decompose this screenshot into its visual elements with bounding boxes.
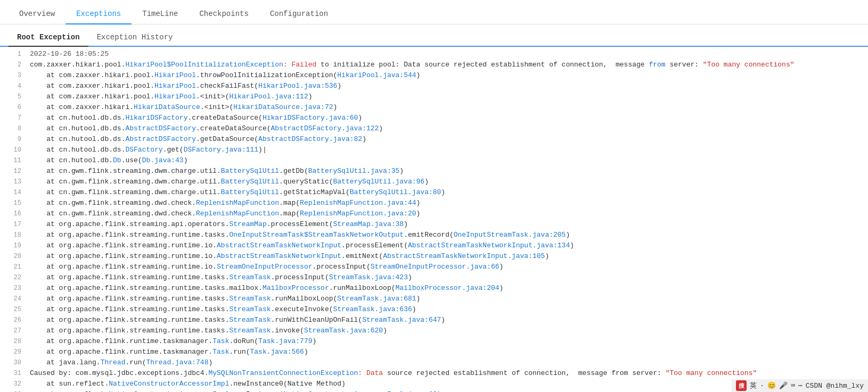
line-number: 9 xyxy=(4,134,21,145)
table-row: 15 at cn.gwm.flink.streaming.dwd.check.R… xyxy=(0,198,868,208)
line-number: 27 xyxy=(4,326,21,336)
line-content: at sun.reflect.NativeConstructorAccessor… xyxy=(30,389,441,392)
tab-overview[interactable]: Overview xyxy=(9,4,65,24)
line-content: at com.zaxxer.hikari.pool.HikariPool.che… xyxy=(30,81,341,91)
sougou-logo: 搜 xyxy=(736,380,747,391)
line-content: at sun.reflect.NativeConstructorAccessor… xyxy=(30,379,346,389)
line-number: 16 xyxy=(4,208,21,219)
table-row: 9 at cn.hutool.db.ds.AbstractDSFactory.g… xyxy=(0,134,868,145)
table-row: 31 Caused by: com.mysql.jdbc.exceptions.… xyxy=(0,368,868,379)
table-row: 6 at com.zaxxer.hikari.HikariDataSource.… xyxy=(0,102,868,113)
table-row: 14 at cn.gwm.flink.streaming.dwm.charge.… xyxy=(0,187,868,198)
line-content: at org.apache.flink.runtime.taskmanager.… xyxy=(30,347,308,357)
table-row: 19 at org.apache.flink.streaming.runtime… xyxy=(0,240,868,251)
line-content: com.zaxxer.hikari.pool.HikariPool$PoolIn… xyxy=(30,60,795,70)
table-row: 26 at org.apache.flink.streaming.runtime… xyxy=(0,315,868,326)
line-content: at cn.hutool.db.ds.AbstractDSFactory.get… xyxy=(30,134,366,145)
table-row: 13 at cn.gwm.flink.streaming.dwm.charge.… xyxy=(0,177,868,187)
line-number: 18 xyxy=(4,230,21,240)
line-number: 31 xyxy=(4,368,21,379)
subtab-root-exception[interactable]: Root Exception xyxy=(9,29,88,47)
line-content: Caused by: com.mysql.jdbc.exceptions.jdb… xyxy=(30,368,757,379)
table-row: 11 at cn.hutool.db.Db.use(Db.java:43) xyxy=(0,155,868,166)
line-content: at org.apache.flink.streaming.runtime.ta… xyxy=(30,294,420,304)
ime-user: CSDN @nihm_lxy xyxy=(806,382,864,390)
line-content: at org.apache.flink.runtime.taskmanager.… xyxy=(30,336,316,347)
line-number: 13 xyxy=(4,177,21,187)
line-content: at org.apache.flink.streaming.runtime.io… xyxy=(30,251,549,262)
line-number: 6 xyxy=(4,102,21,113)
line-number: 33 xyxy=(4,389,21,392)
line-number: 17 xyxy=(4,219,21,230)
line-content: at com.zaxxer.hikari.HikariDataSource.<i… xyxy=(30,102,337,113)
code-area[interactable]: 1 2022-10-26 18:05:25 2 com.zaxxer.hikar… xyxy=(0,47,868,392)
line-content: at cn.gwm.flink.streaming.dwd.check.Repl… xyxy=(30,198,420,208)
line-number: 15 xyxy=(4,198,21,208)
ime-lang[interactable]: 英 xyxy=(750,381,757,390)
line-number: 19 xyxy=(4,240,21,251)
line-content: at java.lang.Thread.run(Thread.java:748) xyxy=(30,357,212,368)
line-number: 8 xyxy=(4,123,21,134)
line-number: 5 xyxy=(4,91,21,102)
table-row: 10 at cn.hutool.db.ds.DSFactory.get(DSFa… xyxy=(0,145,868,155)
line-content: at com.zaxxer.hikari.pool.HikariPool.thr… xyxy=(30,70,420,81)
table-row: 18 at org.apache.flink.streaming.runtime… xyxy=(0,230,868,240)
line-content: at org.apache.flink.streaming.api.operat… xyxy=(30,219,408,230)
table-row: 8 at cn.hutool.db.ds.AbstractDSFactory.c… xyxy=(0,123,868,134)
table-row: 20 at org.apache.flink.streaming.runtime… xyxy=(0,251,868,262)
line-content: at org.apache.flink.streaming.runtime.ta… xyxy=(30,326,387,336)
table-row: 5 at com.zaxxer.hikari.pool.HikariPool.<… xyxy=(0,91,868,102)
line-content: at org.apache.flink.streaming.runtime.io… xyxy=(30,240,574,251)
line-number: 12 xyxy=(4,166,21,177)
tab-checkpoints[interactable]: Checkpoints xyxy=(189,4,259,24)
table-row: 3 at com.zaxxer.hikari.pool.HikariPool.t… xyxy=(0,70,868,81)
table-row: 29 at org.apache.flink.runtime.taskmanag… xyxy=(0,347,868,357)
subtab-exception-history[interactable]: Exception History xyxy=(88,29,182,47)
line-content: at org.apache.flink.streaming.runtime.io… xyxy=(30,262,503,272)
table-row: 16 at cn.gwm.flink.streaming.dwd.check.R… xyxy=(0,208,868,219)
tab-configuration[interactable]: Configuration xyxy=(259,4,339,24)
tab-timeline[interactable]: TimeLine xyxy=(132,4,189,24)
table-row: 22 at org.apache.flink.streaming.runtime… xyxy=(0,272,868,283)
line-content: at cn.hutool.db.ds.HikariDSFactory.creat… xyxy=(30,113,362,123)
sub-tabs: Root Exception Exception History xyxy=(0,24,868,47)
line-number: 28 xyxy=(4,336,21,347)
line-content: at org.apache.flink.streaming.runtime.ta… xyxy=(30,304,416,315)
ime-icon-3[interactable]: ⌨ xyxy=(791,381,795,390)
line-number: 25 xyxy=(4,304,21,315)
table-row: 25 at org.apache.flink.streaming.runtime… xyxy=(0,304,868,315)
line-number: 3 xyxy=(4,70,21,81)
line-number: 1 xyxy=(4,49,21,60)
line-number: 22 xyxy=(4,272,21,283)
ime-icon-4[interactable]: ⋯ xyxy=(798,381,803,390)
line-content: at org.apache.flink.streaming.runtime.ta… xyxy=(30,230,570,240)
top-nav: Overview Exceptions TimeLine Checkpoints… xyxy=(0,0,868,24)
line-number: 14 xyxy=(4,187,21,198)
table-row: 4 at com.zaxxer.hikari.pool.HikariPool.c… xyxy=(0,81,868,91)
table-row: 24 at org.apache.flink.streaming.runtime… xyxy=(0,294,868,304)
line-number: 10 xyxy=(4,145,21,155)
line-content: at org.apache.flink.streaming.runtime.ta… xyxy=(30,272,412,283)
line-number: 2 xyxy=(4,60,21,70)
line-number: 29 xyxy=(4,347,21,357)
line-content: at cn.gwm.flink.streaming.dwd.check.Repl… xyxy=(30,208,420,219)
tab-exceptions[interactable]: Exceptions xyxy=(65,4,132,24)
line-number: 4 xyxy=(4,81,21,91)
ime-dot: · xyxy=(760,382,764,390)
line-number: 11 xyxy=(4,155,21,166)
table-row: 17 at org.apache.flink.streaming.api.ope… xyxy=(0,219,868,230)
line-number: 30 xyxy=(4,357,21,368)
table-row: 7 at cn.hutool.db.ds.HikariDSFactory.cre… xyxy=(0,113,868,123)
line-content: at cn.gwm.flink.streaming.dwm.charge.uti… xyxy=(30,177,429,187)
line-number: 7 xyxy=(4,113,21,123)
line-content: at cn.hutool.db.Db.use(Db.java:43) xyxy=(30,155,187,166)
line-content: at com.zaxxer.hikari.pool.HikariPool.<in… xyxy=(30,91,313,102)
ime-icon-2[interactable]: 🎤 xyxy=(779,381,788,390)
line-content: at org.apache.flink.streaming.runtime.ta… xyxy=(30,315,445,326)
line-content: at cn.gwm.flink.streaming.dwm.charge.uti… xyxy=(30,187,445,198)
ime-icon-1[interactable]: 😊 xyxy=(767,381,776,390)
table-row: 2 com.zaxxer.hikari.pool.HikariPool$Pool… xyxy=(0,60,868,70)
line-content: at org.apache.flink.streaming.runtime.ta… xyxy=(30,283,503,294)
table-row: 21 at org.apache.flink.streaming.runtime… xyxy=(0,262,868,272)
table-row: 27 at org.apache.flink.streaming.runtime… xyxy=(0,326,868,336)
